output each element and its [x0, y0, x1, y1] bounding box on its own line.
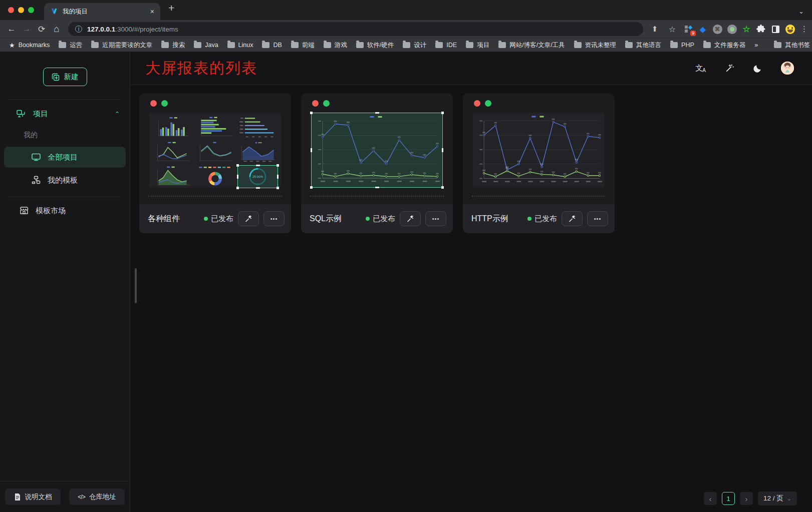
- card-preview[interactable]: [473, 113, 605, 188]
- templates-icon: [31, 175, 41, 185]
- repo-button[interactable]: </> 仓库地址: [69, 488, 125, 505]
- current-page-button[interactable]: 1: [722, 492, 735, 505]
- star-extension-icon[interactable]: ☆: [740, 23, 752, 35]
- new-tab-button[interactable]: +: [168, 3, 174, 13]
- project-card[interactable]: SQL示例 已发布 •••: [301, 93, 453, 233]
- project-card[interactable]: 25.00% 各种组件 已发布: [139, 93, 291, 233]
- bookmark-folder[interactable]: 网站/博客/文章/工具: [494, 40, 569, 51]
- status-dot: [366, 217, 370, 221]
- prev-page-button[interactable]: ‹: [704, 492, 717, 505]
- edit-hammer-button[interactable]: [238, 211, 259, 226]
- mini-line-chart: [195, 141, 235, 164]
- edit-hammer-button[interactable]: [400, 211, 421, 226]
- folder-icon: [498, 42, 506, 48]
- url-path: :3000/#/project/items: [115, 26, 178, 33]
- user-avatar[interactable]: [781, 62, 794, 75]
- dark-mode-moon-icon[interactable]: [753, 64, 762, 73]
- browser-menu-icon[interactable]: ⋮: [800, 25, 808, 34]
- line-chart-preview: [473, 113, 605, 188]
- home-icon[interactable]: ⌂: [49, 22, 64, 36]
- proxy-extension-icon[interactable]: 9: [682, 23, 694, 35]
- address-bar[interactable]: i 127.0.0.1:3000/#/project/items: [68, 22, 643, 36]
- more-options-button[interactable]: •••: [425, 211, 446, 226]
- url-text[interactable]: 127.0.0.1:3000/#/project/items: [87, 26, 178, 33]
- new-project-button[interactable]: 新建: [43, 68, 87, 86]
- card-preview-selected[interactable]: [311, 113, 443, 188]
- selection-outline: [237, 165, 278, 188]
- card-preview[interactable]: 25.00%: [149, 113, 281, 188]
- bookmark-folder[interactable]: 游戏: [320, 40, 351, 51]
- page-size-select[interactable]: 12 / 页 ⌄: [758, 491, 797, 505]
- magic-wand-icon[interactable]: [725, 64, 734, 73]
- reload-icon[interactable]: ⟳: [34, 22, 49, 36]
- line-chart-preview: [312, 113, 442, 187]
- bookmark-folder[interactable]: 运营: [55, 40, 86, 51]
- sidebar-item-all-projects[interactable]: 全部项目: [4, 147, 126, 168]
- card-title: 各种组件: [148, 214, 204, 224]
- command-extension-icon[interactable]: ⌘: [711, 23, 723, 35]
- bookmark-folder[interactable]: 前端: [287, 40, 319, 51]
- browser-tab[interactable]: 我的项目 ×: [44, 3, 160, 20]
- mini-green-area-chart: [152, 165, 193, 188]
- bookmark-folder[interactable]: IDE: [431, 40, 461, 50]
- vue-devtools-extension-icon[interactable]: ◆: [697, 23, 709, 35]
- project-card[interactable]: HTTP示例 已发布 •••: [463, 93, 615, 233]
- folder-icon: [194, 42, 201, 48]
- tab-search-chevron-icon[interactable]: ⌄: [798, 8, 804, 15]
- bookmark-folder[interactable]: DB: [258, 40, 286, 50]
- emoji-extension-icon[interactable]: [784, 23, 796, 35]
- back-icon[interactable]: ←: [4, 22, 19, 36]
- bookmark-folder[interactable]: 项目: [462, 40, 493, 51]
- publish-status: 已发布: [527, 214, 557, 224]
- tab-close-icon[interactable]: ×: [150, 8, 154, 16]
- tab-title: 我的项目: [63, 8, 146, 16]
- bookmark-folder[interactable]: 文件服务器: [699, 40, 750, 51]
- sidebar-group-mine: 我的: [0, 128, 130, 146]
- bookmark-folder[interactable]: 设计: [399, 40, 430, 51]
- more-options-button[interactable]: •••: [263, 211, 285, 226]
- sidebar-item-my-templates[interactable]: 我的模板: [4, 170, 126, 191]
- bookmark-star-icon[interactable]: ☆: [665, 22, 680, 36]
- zoom-window-button[interactable]: [28, 7, 34, 13]
- bookmark-folder[interactable]: 搜索: [157, 40, 189, 51]
- goview-favicon: [50, 8, 58, 16]
- url-host: 127.0.0.1: [87, 26, 115, 33]
- sidebar-group-project[interactable]: 项目 ⌃: [0, 100, 130, 128]
- folder-icon: [161, 42, 169, 48]
- bookmarks-root[interactable]: ★ Bookmarks: [5, 40, 54, 51]
- site-info-icon[interactable]: i: [75, 26, 82, 33]
- scrollbar-thumb[interactable]: [135, 268, 137, 303]
- folder-icon: [324, 42, 331, 48]
- side-panel-icon[interactable]: [769, 23, 781, 35]
- language-toggle-icon[interactable]: 文A: [695, 64, 706, 73]
- bookmarks-overflow-chevron[interactable]: »: [750, 40, 762, 50]
- minimize-window-button[interactable]: [18, 7, 24, 13]
- dotted-divider: [148, 196, 282, 197]
- recorder-extension-icon[interactable]: [726, 23, 738, 35]
- mini-gauge-chart[interactable]: 25.00%: [237, 165, 278, 188]
- docs-button[interactable]: 说明文档: [5, 488, 61, 505]
- next-page-button[interactable]: ›: [740, 492, 753, 505]
- bookmark-folder[interactable]: Linux: [223, 40, 257, 50]
- card-green-dot: [161, 100, 168, 107]
- extensions-puzzle-icon[interactable]: [755, 23, 767, 35]
- bookmark-folder[interactable]: 其他语言: [621, 40, 665, 51]
- edit-hammer-button[interactable]: [562, 211, 583, 226]
- bookmark-folder[interactable]: 近期需要读的文章: [87, 40, 156, 51]
- share-icon[interactable]: ⬆: [647, 22, 662, 36]
- card-title: SQL示例: [310, 214, 366, 224]
- other-bookmarks[interactable]: 其他书签: [770, 40, 812, 51]
- forward-icon[interactable]: →: [19, 22, 34, 36]
- bookmark-folder[interactable]: 资讯未整理: [570, 40, 621, 51]
- bookmark-folder[interactable]: Java: [190, 40, 222, 50]
- sidebar-item-template-market[interactable]: 模板市场: [4, 200, 126, 221]
- monitor-icon: [31, 152, 41, 162]
- bookmark-folder[interactable]: 软件/硬件: [352, 40, 398, 51]
- bookmark-folder[interactable]: PHP: [666, 40, 698, 50]
- mini-lollipop-chart: [237, 116, 278, 139]
- chevron-up-icon[interactable]: ⌃: [115, 111, 120, 117]
- close-window-button[interactable]: [8, 7, 14, 13]
- traffic-lights: [8, 7, 34, 13]
- more-options-button[interactable]: •••: [587, 211, 608, 226]
- storefront-icon: [19, 206, 29, 216]
